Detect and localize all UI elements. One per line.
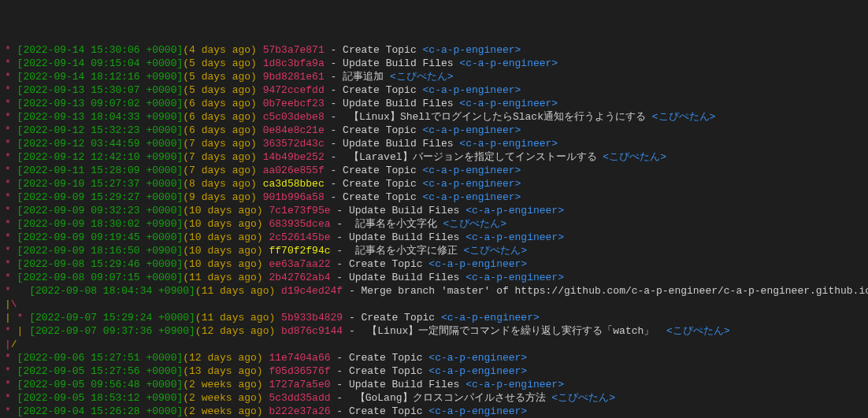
commit-age: (2 weeks ago) (183, 392, 262, 404)
graph-segment: / (11, 338, 17, 350)
commit-age: (10 days ago) (183, 218, 262, 230)
commit-message: Update Build Files (349, 231, 466, 243)
commit-line: * [2022-09-14 18:12:16 +0900](5 days ago… (5, 70, 863, 83)
commit-line: * [2022-09-04 15:26:28 +0000](2 weeks ag… (5, 405, 863, 418)
graph-segment: * (5, 272, 17, 283)
commit-age: (11 days ago) (195, 285, 275, 297)
commit-hash: 5c3dd35add (269, 392, 330, 404)
commit-age: (4 days ago) (183, 44, 257, 56)
commit-line: * [2022-09-05 15:27:56 +0000](13 days ag… (5, 364, 863, 378)
commit-author: <c-a-p-engineer> (441, 312, 540, 324)
commit-line: * [2022-09-08 18:04:34 +0900](11 days ag… (5, 284, 863, 298)
commit-author: <c-a-p-engineer> (423, 191, 521, 203)
commit-hash: 9bd8281e61 (263, 71, 325, 83)
graph-segment: * (5, 405, 17, 417)
commit-author: <c-a-p-engineer> (466, 205, 564, 216)
commit-age: (2 weeks ago) (183, 379, 262, 390)
graph-line: |/ (5, 338, 863, 351)
commit-author: <c-a-p-engineer> (466, 379, 564, 390)
commit-hash: ee63a7aa22 (269, 258, 330, 270)
commit-age: (7 days ago) (183, 138, 257, 150)
commit-hash: c5c03debe8 (263, 111, 325, 123)
commit-age: (8 days ago) (183, 178, 257, 190)
commit-date: [2022-09-06 15:27:51 +0000] (17, 352, 184, 364)
commit-hash: b222e37a26 (269, 405, 330, 417)
commit-message: 【Linux】Shellでログインしたら​Slack通知を行うようにする (343, 111, 652, 123)
commit-hash: 2b42762ab4 (269, 272, 330, 283)
graph-segment: * (5, 379, 17, 390)
commit-date: [2022-09-09 09:19:45 +0000] (17, 231, 184, 243)
commit-date: [2022-09-09 18:16:50 +0900] (17, 245, 184, 257)
commit-line: * [2022-09-09 15:29:27 +0000](9 days ago… (5, 191, 863, 204)
commit-author: <こぴぺたん> (652, 111, 716, 123)
commit-line: * [2022-09-13 15:30:07 +0000](5 days ago… (5, 83, 863, 97)
commit-hash: 57b3a7e871 (263, 44, 325, 56)
commit-author: <こぴぺたん> (464, 245, 528, 257)
commit-author: <c-a-p-engineer> (423, 165, 521, 176)
commit-date: [2022-09-14 15:30:06 +0000] (17, 44, 184, 56)
commit-age: (7 days ago) (183, 151, 257, 163)
commit-age: (10 days ago) (183, 205, 262, 216)
commit-author: <c-a-p-engineer> (428, 405, 527, 417)
graph-segment: * (5, 365, 17, 377)
commit-date: [2022-09-12 12:42:10 +0900] (17, 151, 184, 163)
graph-segment: * (5, 285, 29, 297)
graph-segment: * (5, 205, 17, 216)
commit-line: * [2022-09-09 09:19:45 +0000](10 days ag… (5, 231, 863, 244)
commit-line: * | [2022-09-07 09:37:36 +0900](12 days … (5, 324, 863, 338)
commit-date: [2022-09-14 18:12:16 +0900] (17, 71, 184, 83)
commit-date: [2022-09-09 18:30:02 +0900] (17, 218, 184, 230)
commit-author: <c-a-p-engineer> (459, 98, 558, 109)
commit-age: (7 days ago) (183, 165, 257, 176)
commit-age: (5 days ago) (183, 57, 257, 69)
commit-date: [2022-09-12 03:44:59 +0000] (17, 138, 184, 150)
commit-hash: f05d36576f (269, 365, 330, 377)
commit-age: (12 days ago) (195, 325, 275, 337)
commit-hash: 901b996a58 (263, 191, 325, 203)
commit-message: Update Build Files (343, 98, 459, 109)
commit-author: <こぴぺたん> (603, 151, 666, 163)
commit-hash: 7c1e73f95e (269, 205, 330, 216)
commit-message: Create Topic (349, 352, 428, 364)
commit-age: (11 days ago) (183, 272, 262, 283)
commit-age: (10 days ago) (183, 231, 262, 243)
commit-hash: 0e84e8c21e (263, 124, 325, 136)
commit-author: <c-a-p-engineer> (428, 258, 527, 270)
graph-segment: * (5, 352, 17, 364)
commit-hash: 14b49be252 (263, 151, 325, 163)
commit-message: Create Topic (343, 165, 422, 176)
commit-author: <c-a-p-engineer> (423, 44, 521, 56)
commit-age: (12 days ago) (183, 352, 262, 364)
commit-message: 【GoLang】クロスコンパイルさせる方法 (349, 392, 551, 404)
commit-line: * [2022-09-08 15:29:46 +0000](10 days ag… (5, 257, 863, 271)
commit-date: [2022-09-08 09:07:15 +0000] (17, 272, 184, 283)
graph-segment: * (5, 71, 17, 83)
commit-line: * [2022-09-14 15:30:06 +0000](4 days ago… (5, 43, 863, 57)
commit-date: [2022-09-05 09:56:48 +0000] (17, 379, 184, 390)
commit-message: 記事名を小文字に修正 (349, 245, 464, 257)
graph-segment: * (5, 151, 17, 163)
git-log-output: * [2022-09-14 15:30:06 +0000](4 days ago… (5, 43, 863, 418)
commit-line: * [2022-09-13 18:04:33 +0900](6 days ago… (5, 110, 863, 124)
commit-date: [2022-09-09 09:32:23 +0000] (17, 205, 184, 216)
commit-line: * [2022-09-09 09:32:23 +0000](10 days ag… (5, 204, 863, 217)
graph-segment: | (17, 325, 30, 337)
commit-line: * [2022-09-08 09:07:15 +0000](11 days ag… (5, 271, 863, 284)
commit-date: [2022-09-09 15:29:27 +0000] (17, 191, 184, 203)
commit-date: [2022-09-13 09:07:02 +0000] (17, 98, 184, 109)
commit-message: Merge branch 'master' of https://github.… (362, 285, 868, 297)
commit-age: (10 days ago) (183, 245, 262, 257)
commit-date: [2022-09-13 18:04:33 +0900] (17, 111, 184, 123)
commit-message: Create Topic (343, 84, 422, 96)
commit-message: Create Topic (343, 178, 422, 190)
commit-date: [2022-09-07 09:37:36 +0900] (29, 325, 195, 337)
commit-hash: 1d8c3bfa9a (263, 57, 325, 69)
commit-date: [2022-09-05 15:27:56 +0000] (17, 365, 184, 377)
graph-segment: * (5, 231, 17, 243)
graph-segment: | (5, 312, 17, 324)
commit-hash: 0b7eebcf23 (263, 98, 325, 109)
commit-age: (6 days ago) (183, 98, 257, 109)
commit-age: (11 days ago) (195, 312, 275, 324)
commit-hash: 683935dcea (269, 218, 330, 230)
commit-date: [2022-09-12 15:32:23 +0000] (17, 124, 184, 136)
